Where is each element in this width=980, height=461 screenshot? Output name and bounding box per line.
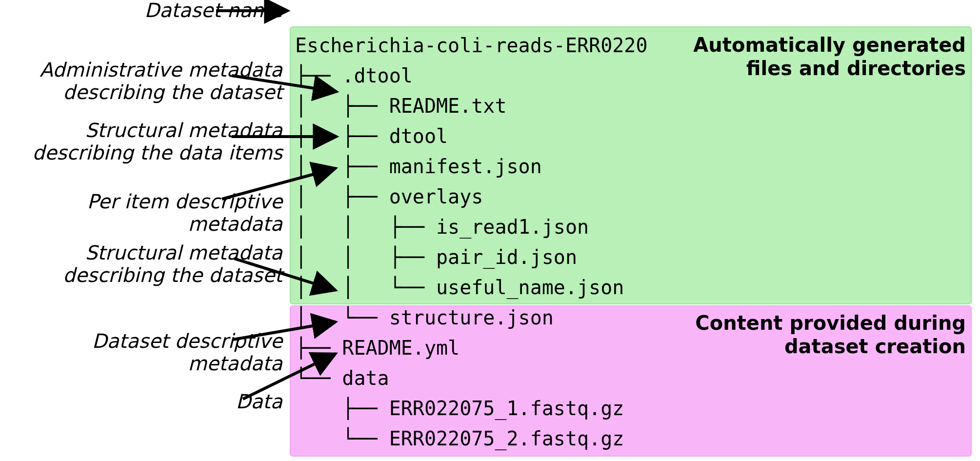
label-data: Data (236, 390, 282, 413)
tree-dtool-dir: ├── .dtool (295, 64, 413, 87)
directory-tree: Escherichia-coli-reads-ERR0220 ├── .dtoo… (295, 0, 647, 454)
tree-readme-txt: │ ├── README.txt (295, 95, 506, 117)
label-admin-metadata: Administrative metadata describing the d… (40, 59, 282, 103)
tree-is-read1-json: │ │ ├── is_read1.json (295, 216, 589, 238)
tree-readme-yml: ├── README.yml (295, 337, 460, 359)
box-content-provided-label: Content provided during dataset creation (673, 311, 966, 358)
box-content-label-line2: dataset creation (784, 335, 966, 358)
tree-dtool-file: │ ├── dtool (295, 125, 448, 147)
box-auto-generated-label: Automatically generated files and direct… (673, 33, 966, 80)
label-structural-dataset: Structural metadata describing the datas… (63, 241, 282, 286)
tree-useful-name-json: │ │ └── useful_name.json (295, 276, 624, 299)
tree-overlays-dir: │ ├── overlays (295, 185, 483, 208)
tree-dataset-name: Escherichia-coli-reads-ERR0220 (295, 34, 647, 57)
tree-data-dir: └── data (295, 367, 389, 389)
tree-pair-id-json: │ │ ├── pair_id.json (295, 246, 577, 268)
box-auto-label-line1: Automatically generated (693, 34, 966, 56)
tree-structure-json: │ └── structure.json (295, 306, 554, 329)
tree-err-fastq-2: └── ERR022075_2.fastq.gz (295, 427, 624, 450)
tree-manifest-json: │ ├── manifest.json (295, 155, 542, 178)
label-structural-items: Structural metadata describing the data … (32, 119, 282, 164)
label-dataset-descriptive: Dataset descriptive metadata (0, 330, 282, 375)
tree-err-fastq-1: ├── ERR022075_1.fastq.gz (295, 397, 624, 420)
box-content-label-line1: Content provided during (695, 312, 966, 334)
box-auto-label-line2: files and directories (746, 57, 966, 80)
label-per-item-metadata: Per item descriptive metadata (0, 190, 282, 235)
label-dataset-name: Dataset name (144, 0, 282, 21)
